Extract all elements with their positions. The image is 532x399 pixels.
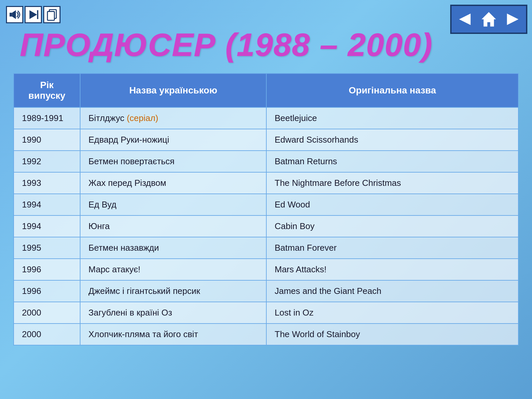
volume-icon[interactable]: [6, 6, 23, 23]
table-row: 2000Загублені в країні ОзLost in Oz: [14, 302, 518, 324]
cell-orig: The Nightmare Before Christmas: [266, 172, 518, 194]
copy-icon[interactable]: [43, 6, 61, 23]
play-icon[interactable]: [25, 6, 42, 23]
cell-ua: Ед Вуд: [80, 194, 266, 215]
cell-orig: The World of Stainboy: [266, 324, 518, 345]
cell-year: 1990: [14, 129, 80, 151]
svg-marker-8: [507, 14, 519, 25]
svg-marker-2: [30, 10, 37, 19]
cell-orig: Beetlejuice: [266, 107, 518, 129]
top-right-navigation: [450, 5, 527, 34]
table-row: 1990Едвард Руки-ножиціEdward Scissorhand…: [14, 129, 518, 151]
cell-ua: Марс атакує!: [80, 259, 266, 280]
cell-year: 2000: [14, 302, 80, 324]
table-row: 1996Джеймс і гігантський персикJames and…: [14, 280, 518, 302]
home-button[interactable]: [477, 7, 501, 31]
cell-ua: Юнга: [80, 215, 266, 237]
cell-orig: Lost in Oz: [266, 302, 518, 324]
cell-ua: Хлопчик-пляма та його світ: [80, 324, 266, 345]
cell-orig: James and the Giant Peach: [266, 280, 518, 302]
cell-year: 1995: [14, 237, 80, 259]
cell-orig: Ed Wood: [266, 194, 518, 215]
header-ua: Назва українською: [80, 73, 266, 107]
table-row: 1994ЮнгаCabin Boy: [14, 215, 518, 237]
svg-marker-6: [459, 14, 471, 25]
forward-button[interactable]: [501, 7, 525, 31]
cell-ua: Едвард Руки-ножиці: [80, 129, 266, 151]
back-button[interactable]: [453, 7, 477, 31]
cell-orig: Mars Attacks!: [266, 259, 518, 280]
cell-year: 1989-1991: [14, 107, 80, 129]
table-row: 1996Марс атакує!Mars Attacks!: [14, 259, 518, 280]
table-row: 1989-1991Бітлджус (серіал)Beetlejuice: [14, 107, 518, 129]
table-row: 2000Хлопчик-пляма та його світThe World …: [14, 324, 518, 345]
cell-orig: Cabin Boy: [266, 215, 518, 237]
cell-orig: Batman Forever: [266, 237, 518, 259]
films-table-container: Рік випуску Назва українською Оригінальн…: [13, 73, 519, 389]
top-left-controls: [6, 6, 61, 23]
cell-ua: Бетмен повертається: [80, 151, 266, 172]
page-title: ПРОДЮСЕР (1988 – 2000): [20, 27, 433, 63]
cell-ua: Бетмен назавжди: [80, 237, 266, 259]
cell-year: 2000: [14, 324, 80, 345]
table-row: 1995Бетмен назавждиBatman Forever: [14, 237, 518, 259]
table-row: 1992Бетмен повертаєтьсяBatman Returns: [14, 151, 518, 172]
svg-rect-5: [48, 12, 55, 21]
cell-year: 1994: [14, 194, 80, 215]
cell-ua: Жах перед Різдвом: [80, 172, 266, 194]
cell-ua: Бітлджус (серіал): [80, 107, 266, 129]
cell-orig: Batman Returns: [266, 151, 518, 172]
cell-year: 1996: [14, 280, 80, 302]
header-orig: Оригінальна назва: [266, 73, 518, 107]
header-year: Рік випуску: [14, 73, 80, 107]
cell-year: 1992: [14, 151, 80, 172]
svg-rect-0: [10, 13, 12, 16]
svg-marker-1: [12, 10, 16, 19]
cell-ua: Загублені в країні Оз: [80, 302, 266, 324]
films-table: Рік випуску Назва українською Оригінальн…: [13, 73, 519, 345]
table-row: 1994Ед ВудEd Wood: [14, 194, 518, 215]
table-row: 1993Жах перед РіздвомThe Nightmare Befor…: [14, 172, 518, 194]
cell-ua: Джеймс і гігантський персик: [80, 280, 266, 302]
cell-orig: Edward Scissorhands: [266, 129, 518, 151]
svg-marker-7: [481, 12, 496, 26]
cell-year: 1994: [14, 215, 80, 237]
cell-year: 1993: [14, 172, 80, 194]
cell-year: 1996: [14, 259, 80, 280]
